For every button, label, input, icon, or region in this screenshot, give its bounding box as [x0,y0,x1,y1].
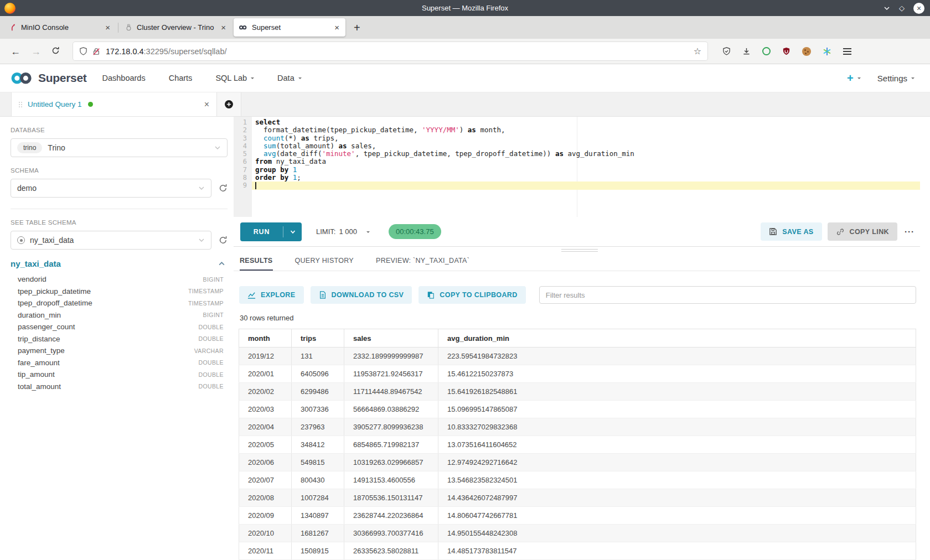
superset-logo[interactable]: Superset [9,71,86,85]
insecure-lock-icon[interactable] [92,48,100,55]
caret-down-icon [298,77,302,81]
add-new-button[interactable]: + [847,72,861,84]
schema-column-passenger-count[interactable]: passenger_countDOUBLE [11,321,228,333]
query-tab-active[interactable]: Untitled Query 1 × [11,92,217,116]
run-button[interactable]: RUN [240,222,302,241]
table-row[interactable]: 2020/053484126854865.71998213713.0735164… [239,436,916,454]
schema-column-tpep-dropoff-datetime[interactable]: tpep_dropoff_datetimeTIMESTAMP [11,297,228,309]
results-tab-results[interactable]: RESULTS [240,252,273,271]
bookmark-star-icon[interactable]: ☆ [694,46,701,56]
snowflake-extension-icon[interactable] [823,47,831,56]
code-line-6[interactable]: from ny_taxi_data [252,158,920,165]
schema-select[interactable]: demo [11,179,211,198]
explore-button[interactable]: EXPLORE [239,286,304,304]
collapse-chevron-up-icon[interactable] [218,260,225,267]
column-header-sales[interactable]: sales [344,329,438,348]
results-body: 2019/121312332.1899999999987223.59541984… [239,348,916,560]
reload-button[interactable] [51,46,60,56]
refresh-schema-icon[interactable] [219,184,228,193]
table-row[interactable]: 2020/0780043014913153.460055613.54682358… [239,471,916,489]
download-csv-button[interactable]: DOWNLOAD TO CSV [311,286,412,304]
nav-item-charts[interactable]: Charts [169,74,193,82]
pane-splitter[interactable] [234,246,920,250]
table-row[interactable]: 2020/09134089723628744.22023686414.80604… [239,507,916,525]
window-maximize-icon[interactable]: ◇ [899,4,905,12]
new-tab-button[interactable]: + [354,22,360,33]
column-header-avg-duration-min[interactable]: avg_duration_min [438,329,916,348]
code-line-2[interactable]: format_datetime(tpep_pickup_datetime, 'Y… [252,126,920,134]
database-select[interactable]: trino Trino [11,138,228,157]
results-tab-preview-ny-taxi-data[interactable]: PREVIEW: `NY_TAXI_DATA` [376,252,469,271]
column-header-month[interactable]: month [239,329,292,348]
schema-column-payment-type[interactable]: payment_typeVARCHAR [11,345,228,357]
table-row[interactable]: 2020/08100728418705536.15013114714.43642… [239,489,916,507]
schema-column-fare-amount[interactable]: fare_amountDOUBLE [11,357,228,369]
nav-item-data[interactable]: Data [277,74,302,82]
browser-tab-trino[interactable]: Cluster Overview - Trino × [120,18,232,37]
pocket-shield-icon[interactable] [722,47,731,55]
table-row[interactable]: 2020/026299486117114448.8946754215.64192… [239,383,916,401]
code-line-9[interactable] [252,182,920,189]
code-line-7[interactable]: group by 1 [252,166,920,174]
tab-close-icon[interactable]: × [220,23,227,32]
add-query-tab-button[interactable] [217,92,241,116]
browser-tab-superset[interactable]: Superset × [234,18,345,37]
splitter-grip[interactable] [561,247,598,252]
table-row[interactable]: 2020/016405096119538721.9245631715.46122… [239,365,916,383]
table-row[interactable]: 2020/10168126730366993.70037741614.95015… [239,525,916,542]
schema-column-duration-min[interactable]: duration_minBIGINT [11,309,228,322]
browser-tab-minio[interactable]: MinIO Console × [4,18,116,37]
code-token [255,134,264,142]
table-name-heading[interactable]: ny_taxi_data [11,259,61,268]
code-line-4[interactable]: sum(total_amount) as sales, [252,142,920,150]
downloads-icon[interactable] [742,47,751,55]
table-row[interactable]: 2020/042379633905277.809993623810.833327… [239,418,916,436]
extension-icon[interactable] [762,47,771,55]
copy-clipboard-button[interactable]: COPY TO CLIPBOARD [418,286,525,304]
window-close-icon[interactable]: × [913,3,924,14]
results-tab-query-history[interactable]: QUERY HISTORY [295,252,354,271]
tab-close-icon[interactable]: × [333,23,340,32]
rows-returned-status: 30 rows returned [240,314,920,322]
url-bar[interactable]: 172.18.0.4 :32295/superset/sqllab/ ☆ [73,42,707,60]
code-line-3[interactable]: count(*) as trips, [252,134,920,142]
query-tab-close-icon[interactable]: × [204,100,209,109]
sql-code-editor[interactable]: 123456789 select format_datetime(tpep_pi… [234,117,920,217]
code-line-5[interactable]: avg(date_diff('minute', tpep_pickup_date… [252,150,920,158]
forward-button[interactable]: → [31,46,41,56]
settings-menu[interactable]: Settings [877,74,914,83]
nav-item-sql-lab[interactable]: SQL Lab [215,74,254,82]
menu-hamburger-icon[interactable] [843,46,851,56]
back-button[interactable]: ← [11,46,20,56]
more-options-icon[interactable]: ··· [905,227,914,236]
filter-results-input[interactable] [539,286,916,304]
tab-close-icon[interactable]: × [104,23,111,32]
table-select[interactable]: ny_taxi_data [11,231,211,250]
caret-down-icon [857,77,861,81]
run-options-caret[interactable] [283,222,302,241]
schema-column-vendorid[interactable]: vendoridBIGINT [11,273,228,286]
limit-dropdown[interactable]: LIMIT: 1 000 [316,227,370,236]
schema-column-total-amount[interactable]: total_amountDOUBLE [11,381,228,393]
ublock-icon[interactable] [782,47,790,55]
schema-column-tpep-pickup-datetime[interactable]: tpep_pickup_datetimeTIMESTAMP [11,286,228,298]
schema-column-trip-distance[interactable]: trip_distanceDOUBLE [11,333,228,345]
window-minimize-icon[interactable] [884,5,890,12]
code-token: , tpep_pickup_datetime, tpep_dropoff_dat… [355,149,555,158]
table-row[interactable]: 2019/121312332.1899999999987223.59541984… [239,348,916,365]
shield-permissions-icon[interactable] [79,47,87,55]
editor-code-area[interactable]: select format_datetime(tpep_pickup_datet… [252,117,920,217]
copy-link-button[interactable]: COPY LINK [828,222,897,241]
table-row[interactable]: 2020/0654981510319263.02996685712.974924… [239,454,916,471]
column-header-trips[interactable]: trips [292,329,344,348]
refresh-table-icon[interactable] [219,236,228,245]
nav-item-dashboards[interactable]: Dashboards [102,74,145,82]
code-line-8[interactable]: order by 1; [252,174,920,182]
save-as-button[interactable]: SAVE AS [761,222,822,241]
code-line-1[interactable]: select [252,118,920,126]
table-row[interactable]: 2020/11150891526335623.5802881114.485173… [239,542,916,560]
table-row[interactable]: 2020/03300733656664869.0388629215.096995… [239,401,916,418]
cookie-icon[interactable] [802,47,811,56]
drag-handle-icon[interactable] [19,102,20,103]
schema-column-tip-amount[interactable]: tip_amountDOUBLE [11,369,228,381]
